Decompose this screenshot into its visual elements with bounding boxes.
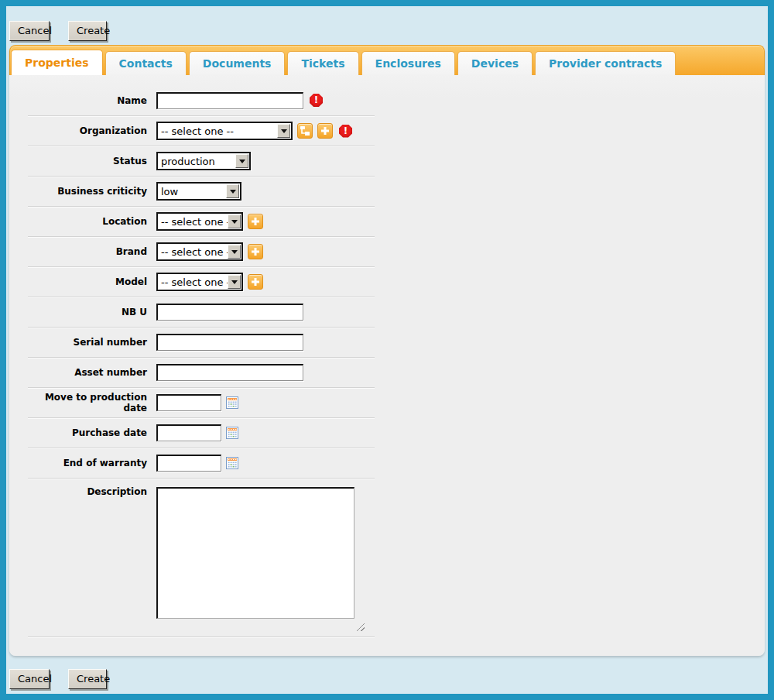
dropdown-arrow-icon [228,245,241,259]
form-row-asset-number: Asset number [28,357,375,387]
model-select[interactable]: -- select one -- [156,273,243,291]
add-brand-button[interactable] [248,244,263,259]
tab-devices[interactable]: Devices [457,51,533,75]
organization-select[interactable]: -- select one -- [156,122,293,140]
plus-icon [320,125,330,136]
description-label: Description [28,479,147,497]
nb-u-label: NB U [28,307,147,317]
add-organization-button[interactable] [317,123,333,139]
dropdown-arrow-icon [235,154,248,168]
create-rack-page: Cancel Create Properties Contacts Docume… [0,0,774,700]
nb-u-input[interactable] [156,304,303,321]
end-of-warranty-label: End of warranty [28,458,147,468]
end-of-warranty-input[interactable] [156,455,221,472]
serial-number-label: Serial number [28,337,147,348]
form-row-name: Name ! [28,85,375,115]
location-label: Location [28,216,147,227]
dropdown-arrow-icon [226,184,239,198]
brand-label: Brand [28,246,147,257]
organization-label: Organization [28,125,147,136]
move-to-production-date-label: Move to production date [28,392,147,413]
properties-form: Name ! Organization -- select one -- [28,85,375,640]
plus-icon [250,246,261,257]
brand-select[interactable]: -- select one -- [156,242,243,261]
business-criticity-label: Business criticity [28,186,147,197]
date-picker-button[interactable] [226,457,238,469]
tab-documents[interactable]: Documents [189,51,286,75]
model-label: Model [28,276,147,287]
purchase-date-label: Purchase date [28,427,147,438]
name-label: Name [28,95,147,106]
calendar-icon [226,396,238,409]
calendar-icon [226,457,238,469]
date-picker-button[interactable] [226,396,238,409]
calendar-icon [226,427,238,439]
status-select[interactable]: production [156,152,251,170]
dropdown-arrow-icon [228,275,241,289]
tab-provider-contracts[interactable]: Provider contracts [535,51,676,75]
add-model-button[interactable] [248,274,263,290]
form-row-model: Model -- select one -- [28,266,375,297]
tab-tickets[interactable]: Tickets [287,51,358,75]
date-picker-button[interactable] [226,427,238,439]
form-row-status: Status production [28,146,375,176]
create-button[interactable]: Create [68,21,107,41]
hierarchy-browse-button[interactable] [297,123,313,139]
tab-bar: Properties Contacts Documents Tickets En… [9,45,765,75]
plus-icon [250,216,261,227]
hierarchy-icon [299,125,311,137]
status-label: Status [28,156,147,166]
form-row-location: Location -- select one -- [28,206,375,236]
form-row-brand: Brand -- select one -- [28,236,375,266]
tab-enclosures[interactable]: Enclosures [361,51,455,75]
create-button[interactable]: Create [68,669,107,689]
asset-number-label: Asset number [28,367,147,378]
name-input[interactable] [156,92,303,109]
purchase-date-input[interactable] [156,424,221,441]
form-row-business-criticity: Business criticity low [28,176,375,206]
description-textarea[interactable] [156,487,354,619]
asset-number-input[interactable] [156,364,303,381]
business-criticity-select[interactable]: low [156,182,241,201]
resize-grip-icon[interactable] [356,623,365,631]
form-panel: Properties Contacts Documents Tickets En… [9,45,765,656]
tab-contacts[interactable]: Contacts [105,51,187,75]
form-row-serial-number: Serial number [28,327,375,357]
plus-icon [250,276,261,287]
form-row-end-of-warranty: End of warranty [28,448,375,478]
mandatory-icon: ! [339,125,352,138]
form-row-purchase-date: Purchase date [28,417,375,448]
form-bottom-separator [28,637,375,640]
cancel-button[interactable]: Cancel [9,21,50,41]
add-location-button[interactable] [248,214,263,229]
dropdown-arrow-icon [228,214,241,228]
dropdown-arrow-icon [277,124,290,138]
location-select[interactable]: -- select one -- [156,212,243,231]
form-row-move-to-production-date: Move to production date [28,387,375,417]
move-to-production-date-input[interactable] [156,394,221,411]
form-row-nb-u: NB U [28,297,375,327]
serial-number-input[interactable] [156,334,303,351]
mandatory-icon: ! [310,94,323,107]
cancel-button[interactable]: Cancel [9,669,50,689]
form-row-description: Description [28,478,375,637]
form-row-organization: Organization -- select one -- [28,115,375,146]
tab-properties[interactable]: Properties [11,50,103,75]
